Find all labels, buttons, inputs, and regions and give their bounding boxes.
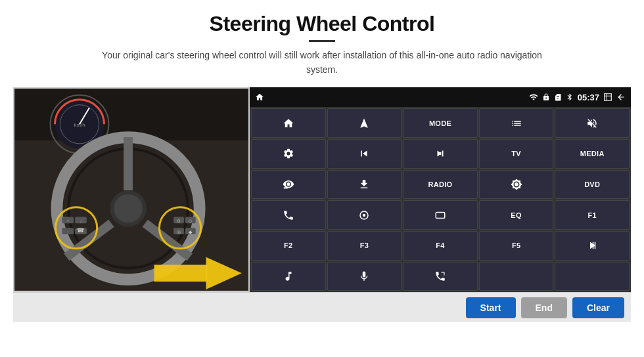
svg-rect-33 [154, 265, 208, 282]
btn-swipe[interactable] [327, 200, 402, 230]
page-title: Steering Wheel Control [210, 12, 435, 36]
bluetooth-icon [566, 93, 574, 101]
bottom-bar: Start End Clear [13, 292, 631, 322]
btn-media[interactable]: MEDIA [555, 139, 630, 169]
btn-playpause[interactable] [555, 231, 630, 261]
btn-dvd[interactable]: DVD [555, 170, 630, 200]
steering-wheel-image: km/h [13, 87, 250, 292]
btn-f1[interactable]: F1 [555, 200, 630, 230]
svg-rect-39 [595, 242, 596, 249]
button-grid: MODE TV [250, 107, 631, 292]
btn-f3[interactable]: F3 [327, 231, 402, 261]
btn-settings[interactable] [251, 139, 326, 169]
btn-empty-1 [479, 262, 554, 291]
page-subtitle: Your original car's steering wheel contr… [92, 49, 552, 77]
end-button[interactable]: End [521, 297, 567, 318]
svg-text:♪: ♪ [80, 219, 81, 224]
btn-home[interactable] [251, 108, 326, 138]
btn-rect[interactable] [403, 200, 478, 230]
back-icon [616, 93, 626, 102]
status-time: 05:37 [578, 93, 599, 102]
btn-list[interactable] [479, 108, 554, 138]
btn-eject[interactable] [327, 170, 402, 200]
btn-phone[interactable] [251, 200, 326, 230]
status-right: 05:37 [529, 93, 626, 102]
start-button[interactable]: Start [466, 297, 516, 318]
svg-text:☎: ☎ [78, 228, 85, 234]
btn-nav[interactable] [327, 108, 402, 138]
btn-360[interactable]: 360° [251, 170, 326, 200]
btn-mic[interactable] [327, 262, 402, 291]
lock-icon [542, 93, 550, 101]
svg-point-10 [114, 194, 142, 222]
svg-text:+: + [67, 219, 70, 223]
btn-tv[interactable]: TV [479, 139, 554, 169]
window-icon [603, 93, 612, 102]
sim-icon [554, 93, 562, 101]
home-status-icon [255, 93, 264, 102]
btn-brightness[interactable] [479, 170, 554, 200]
btn-empty-2 [555, 262, 630, 291]
status-bar: 05:37 [250, 87, 631, 107]
svg-point-37 [363, 213, 366, 217]
btn-eq[interactable]: EQ [479, 200, 554, 230]
svg-rect-38 [436, 212, 445, 218]
svg-text:⊙: ⊙ [177, 219, 181, 224]
btn-handsfree[interactable] [403, 262, 478, 291]
btn-prev[interactable] [327, 139, 402, 169]
radio-panel: 05:37 [250, 87, 631, 292]
btn-mute[interactable] [555, 108, 630, 138]
clear-button[interactable]: Clear [572, 297, 624, 318]
btn-mode[interactable]: MODE [403, 108, 478, 138]
svg-text:360°: 360° [284, 187, 289, 190]
page-container: Steering Wheel Control Your original car… [0, 0, 644, 357]
svg-text:-: - [67, 230, 68, 234]
status-left [255, 93, 264, 102]
title-divider [309, 40, 335, 42]
svg-rect-40 [593, 242, 594, 249]
btn-f4[interactable]: F4 [403, 231, 478, 261]
wifi-icon [529, 93, 538, 102]
btn-radio[interactable]: RADIO [403, 170, 478, 200]
btn-next[interactable] [403, 139, 478, 169]
btn-f2[interactable]: F2 [251, 231, 326, 261]
svg-text:◎: ◎ [177, 230, 181, 235]
btn-f5[interactable]: F5 [479, 231, 554, 261]
content-row: km/h [13, 87, 631, 292]
btn-music[interactable] [251, 262, 326, 291]
